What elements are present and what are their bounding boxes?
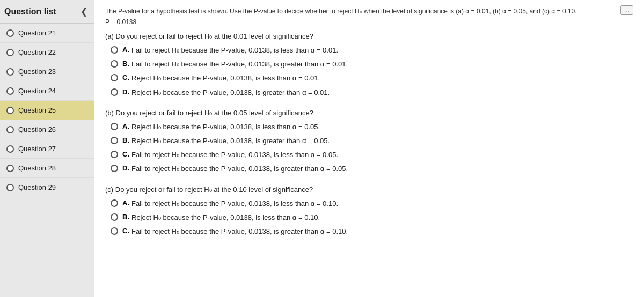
sidebar-item-label: Question 21 [18,29,56,37]
sidebar-item-label: Question 26 [18,125,56,133]
sidebar-item-q26[interactable]: Question 26 [0,120,94,139]
sidebar-item-q22[interactable]: Question 22 [0,43,94,62]
sidebar-item-q23[interactable]: Question 23 [0,62,94,81]
sidebar-item-label: Question 28 [18,164,56,172]
sidebar: Question list ❮ Question 21Question 22Qu… [0,0,94,297]
expand-button[interactable]: ... [620,5,633,15]
sidebar-item-label: Question 23 [18,68,56,76]
sidebar-item-label: Question 22 [18,48,56,56]
sidebar-item-label: Question 27 [18,145,56,153]
sidebar-header: Question list ❮ [0,0,94,24]
radio-icon [6,145,14,153]
section-divider [105,180,633,180]
radio-icon [6,107,14,114]
radio-icon [111,123,118,130]
radio-icon [111,88,118,96]
answer-option-a-D[interactable]: D.Reject H₀ because the P-value, 0.0138,… [105,88,633,98]
radio-icon [111,46,118,54]
p-value-display: P = 0.0138 [105,18,633,26]
answer-option-a-A[interactable]: A.Fail to reject H₀ because the P-value,… [105,46,633,55]
answer-option-b-B[interactable]: B.Reject H₀ because the P-value, 0.0138,… [105,136,633,146]
part-question-b: (b) Do you reject or fail to reject H₀ a… [105,109,633,117]
sidebar-item-q28[interactable]: Question 28 [0,159,94,178]
sidebar-item-label: Question 24 [18,87,56,95]
sidebar-item-q24[interactable]: Question 24 [0,81,94,101]
main-content: ... The P-value for a hypothesis test is… [94,0,644,297]
answer-option-b-C[interactable]: C.Fail to reject H₀ because the P-value,… [105,150,633,160]
sidebar-item-q27[interactable]: Question 27 [0,139,94,159]
sidebar-item-q21[interactable]: Question 21 [0,24,94,43]
radio-icon [6,49,14,56]
sidebar-title: Question list [4,7,78,17]
sidebar-item-label: Question 25 [18,106,56,114]
sidebar-item-q29[interactable]: Question 29 [0,178,94,197]
sidebar-item-label: Question 29 [18,183,56,191]
sidebar-items-list: Question 21Question 22Question 23Questio… [0,24,94,197]
parts-container: (a) Do you reject or fail to reject H₀ a… [105,32,633,236]
answer-option-c-C[interactable]: C.Fail to reject H₀ because the P-value,… [105,227,633,236]
radio-icon [6,87,14,95]
radio-icon [111,74,118,81]
radio-icon [6,29,14,37]
problem-header: The P-value for a hypothesis test is sho… [105,6,633,16]
radio-icon [6,126,14,133]
radio-icon [6,68,14,76]
radio-icon [111,199,118,207]
radio-icon [6,184,14,191]
part-c: (c) Do you reject or fail to reject H₀ a… [105,185,633,237]
answer-option-c-B[interactable]: B.Reject H₀ because the P-value, 0.0138,… [105,213,633,222]
answer-option-a-C[interactable]: C.Reject H₀ because the P-value, 0.0138,… [105,73,633,83]
radio-icon [111,137,118,144]
answer-option-c-A[interactable]: A.Fail to reject H₀ because the P-value,… [105,199,633,209]
answer-option-b-D[interactable]: D.Fail to reject H₀ because the P-value,… [105,164,633,174]
part-question-c: (c) Do you reject or fail to reject H₀ a… [105,185,633,194]
radio-icon [111,165,118,172]
radio-icon [111,60,118,68]
part-b: (b) Do you reject or fail to reject H₀ a… [105,109,633,180]
answer-option-b-A[interactable]: A.Reject H₀ because the P-value, 0.0138,… [105,122,633,132]
section-divider [105,103,633,103]
radio-icon [111,213,118,221]
radio-icon [6,165,14,172]
sidebar-collapse-button[interactable]: ❮ [78,5,90,18]
sidebar-item-q25[interactable]: Question 25 [0,101,94,120]
radio-icon [111,227,118,235]
part-a: (a) Do you reject or fail to reject H₀ a… [105,32,633,103]
answer-option-a-B[interactable]: B.Fail to reject H₀ because the P-value,… [105,60,633,69]
part-question-a: (a) Do you reject or fail to reject H₀ a… [105,32,633,40]
radio-icon [111,151,118,158]
